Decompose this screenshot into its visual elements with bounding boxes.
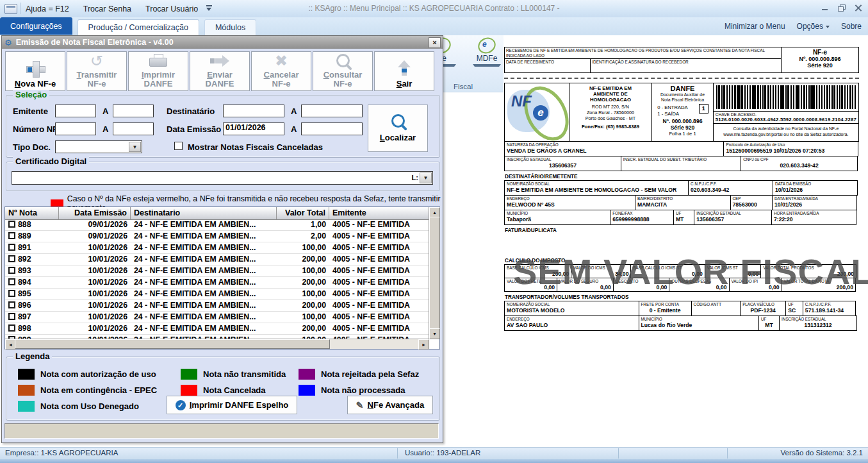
options-link[interactable]: Opções: [797, 22, 830, 31]
column-header-valor-total[interactable]: Valor Total: [277, 207, 329, 219]
close-icon[interactable]: [854, 4, 863, 12]
column-header-emitente[interactable]: Emitente: [329, 207, 429, 219]
cell-num: 893: [5, 265, 59, 276]
row-checkbox[interactable]: [8, 221, 15, 228]
row-checkbox[interactable]: [8, 232, 15, 239]
color-swatch: [299, 369, 315, 380]
toolbar-button-sair[interactable]: Sair: [374, 51, 434, 91]
vertical-scrollbar[interactable]: ▲ ▼: [429, 207, 439, 339]
tab-strip: ConfiguraçõesProdução / ComercializaçãoM…: [0, 17, 256, 35]
danfe-canhoto: RECEBEMOS DE NF-E EMITIDA EM AMBIENTE DE…: [504, 47, 859, 73]
danfe-section-fatura: FATURA/DUPLICATA: [505, 228, 859, 233]
selecao-title: Seleção: [13, 90, 49, 99]
numero-from-input[interactable]: [55, 122, 96, 135]
tab-configura-es[interactable]: Configurações: [0, 17, 72, 35]
cell-emitente: 4005 - NF-E EMITIDA: [329, 254, 429, 265]
vscroll-thumb[interactable]: [429, 217, 440, 330]
danfe-cell-nome-raz-o-social: NOME/RAZÃO SOCIALMOTORISTA MODELO: [504, 301, 639, 316]
legend-label: Nota rejeitada pela Sefaz: [321, 369, 419, 379]
cell-emitente: 4005 - NF-E EMITIDA: [329, 312, 429, 323]
row-checkbox[interactable]: [8, 313, 15, 320]
table-row[interactable]: 89610/01/202624 - NF-E EMITIDA EM AMBIEN…: [5, 300, 429, 312]
data-emissao-to-input[interactable]: [301, 122, 363, 135]
legenda-title: Legenda: [13, 351, 52, 361]
restore-icon[interactable]: [837, 4, 846, 12]
row-checkbox[interactable]: [8, 301, 15, 308]
danfe-subtitle: Documento Auxiliar deNota Fiscal Eletrôn…: [652, 92, 712, 103]
row-checkbox[interactable]: [8, 244, 15, 251]
table-row[interactable]: 89110/01/202624 - NF-E EMITIDA EM AMBIEN…: [5, 242, 429, 254]
localizar-button[interactable]: Localizar: [368, 105, 428, 152]
tipo-doc-combobox[interactable]: ▼: [55, 140, 142, 153]
nfe-avancada-button[interactable]: ✎ NFe Avançada: [347, 396, 433, 414]
column-header-data-emiss-o[interactable]: Data Emissão: [59, 207, 131, 219]
toolbar-button-consultar-nf-e[interactable]: ConsultarNF-e: [313, 51, 373, 91]
row-checkbox[interactable]: [8, 290, 15, 297]
danfe-cell-endere-o: ENDEREÇOAV SAO PAULO: [504, 316, 639, 331]
table-row[interactable]: 89210/01/202624 - NF-E EMITIDA EM AMBIEN…: [5, 254, 429, 265]
destinatario-to-input[interactable]: [301, 105, 363, 117]
toolbar-button-nova-nf-e[interactable]: Nova NF-e: [5, 51, 65, 91]
danfe-section-transportador: TRANSPORTADOR/VOLUMES TRANSPORTADOS: [505, 294, 859, 300]
cell-destinatario: 24 - NF-E EMITIDA EM AMBIEN...: [131, 219, 277, 230]
cell-num: 895: [5, 289, 59, 299]
danfe-cell-protocolo-de-autoriza-o-de-uso: Protocolo de Autorização de Uso151260000…: [723, 141, 858, 156]
tab-m-dulos[interactable]: Módulos: [204, 19, 256, 35]
column-header-destinatario[interactable]: Destinatario: [131, 207, 277, 219]
cell-num: 897: [5, 312, 59, 323]
toolbar-button-transmitir-nf-e[interactable]: ↺TransmitirNF-e: [67, 51, 127, 91]
row-checkbox[interactable]: [8, 255, 15, 262]
toolbar-button-imprimir-danfe[interactable]: ImprimirDANFE: [128, 51, 188, 91]
horizontal-scrollbar[interactable]: ◄ ►: [5, 339, 429, 349]
table-row[interactable]: 89510/01/202624 - NF-E EMITIDA EM AMBIEN…: [5, 289, 429, 300]
row-checkbox[interactable]: [8, 278, 15, 285]
danfe-cell-inscri-o-estadual: INSCRIÇÃO ESTADUAL135606357: [504, 156, 621, 171]
danfe-cell-outras-despesas: OUTRAS DESPESAS0,00: [669, 278, 729, 292]
danfe-section-imposto: CALCULO DO IMPOSTO: [505, 258, 859, 264]
table-row[interactable]: 88809/01/202624 - NF-E EMITIDA EM AMBIEN…: [5, 219, 429, 231]
minimize-menu-link[interactable]: Minimizar o Menu: [725, 22, 785, 31]
about-link[interactable]: Sobre: [841, 22, 862, 31]
danfe-transp-rows: NOME/RAZÃO SOCIALMOTORISTA MODELOFRETE P…: [504, 301, 859, 331]
hscroll-thumb[interactable]: [15, 339, 330, 349]
printer-icon: [149, 52, 167, 69]
cell-valor-total: 100,00: [277, 242, 329, 253]
emitente-label: Emitente: [13, 106, 48, 116]
window-title: :: KSAgro :: Menu Principal :: KS AGROPE…: [0, 4, 868, 13]
tab-produ-o-comercializa-o[interactable]: Produção / Comercialização: [78, 19, 199, 35]
table-row[interactable]: 89410/01/202624 - NF-E EMITIDA EM AMBIEN…: [5, 277, 429, 289]
cell-data-emissao: 10/01/2026: [59, 312, 131, 323]
numero-to-input[interactable]: [113, 122, 154, 135]
status-version: Versão do Sistema: 3.2.1: [781, 449, 864, 457]
destinatario-from-input[interactable]: [223, 105, 284, 117]
table-row[interactable]: 89710/01/202624 - NF-E EMITIDA EM AMBIEN…: [5, 312, 429, 323]
mostrar-canceladas-checkbox[interactable]: [174, 142, 183, 150]
danfe-cell-c-n-p-j-c-p-f: C.N.P.J./C.P.F.571.189.141-34: [803, 301, 856, 316]
row-checkbox[interactable]: [8, 324, 15, 332]
dialog-close-button[interactable]: ×: [429, 37, 441, 48]
danfe-cell-c-n-p-j-c-p-f: C.N.P.J./C.P.F.020.603.349-42: [688, 180, 773, 196]
imprimir-danfe-espelho-button[interactable]: ✓ Imprimir DANFE Espelho: [167, 396, 297, 414]
ribbon-button-mdfe[interactable]: MDFe: [473, 37, 501, 67]
row-checkbox[interactable]: [8, 267, 15, 274]
certificado-combo-text: L:: [412, 174, 418, 181]
toolbar-button-enviar-danfe[interactable]: EnviarDANFE: [190, 51, 250, 91]
chevron-down-icon[interactable]: ▼: [129, 142, 141, 152]
table-row[interactable]: 89810/01/202624 - NF-E EMITIDA EM AMBIEN…: [5, 323, 429, 335]
minimize-icon[interactable]: [821, 4, 830, 12]
scroll-right-icon[interactable]: ►: [418, 339, 429, 349]
data-emissao-from-input[interactable]: 01/01/2026: [223, 122, 284, 135]
table-row[interactable]: 88909/01/202624 - NF-E EMITIDA EM AMBIEN…: [5, 231, 429, 242]
emitente-from-input[interactable]: [55, 105, 96, 117]
certificado-title: Certificado Digital: [13, 156, 89, 166]
dialog-title: Emissão de Nota Fiscal Eletrônica - v4.0…: [16, 38, 174, 47]
certificado-combobox[interactable]: L: ▼: [12, 171, 433, 185]
dialog-titlebar[interactable]: ⚙ Emissão de Nota Fiscal Eletrônica - v4…: [2, 36, 443, 49]
scroll-down-icon[interactable]: ▼: [429, 328, 440, 339]
emitente-to-input[interactable]: [113, 105, 154, 117]
danfe-emitente-nome: NF-E EMITIDA EMAMBIENTE DEHOMOLOGACAO: [569, 85, 652, 103]
table-row[interactable]: 89310/01/202624 - NF-E EMITIDA EM AMBIEN…: [5, 265, 429, 277]
toolbar-button-cancelar-nf-e[interactable]: ✖CancelarNF-e: [251, 51, 311, 91]
chevron-down-icon[interactable]: ▼: [420, 173, 432, 183]
column-header-n-nota[interactable]: Nº Nota: [5, 207, 59, 219]
